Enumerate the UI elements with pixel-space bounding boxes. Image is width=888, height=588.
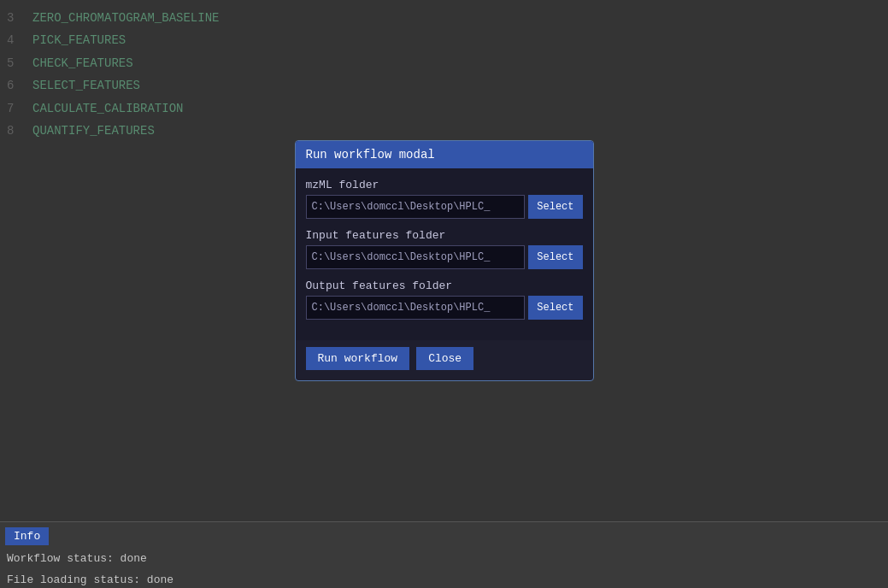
input-features-input[interactable] xyxy=(306,245,526,269)
modal-footer: Run workflow Close xyxy=(296,340,593,380)
info-badge: Info xyxy=(5,527,49,545)
file-loading-status: File loading status: done xyxy=(0,570,888,588)
output-features-group: Output features folder Select xyxy=(306,279,583,320)
run-workflow-button[interactable]: Run workflow xyxy=(306,347,410,370)
mzml-folder-group: mzML folder Select xyxy=(306,179,583,219)
input-features-group: Input features folder Select xyxy=(306,229,583,269)
output-features-label: Output features folder xyxy=(306,279,583,292)
mzml-folder-row: Select xyxy=(306,195,583,219)
close-button[interactable]: Close xyxy=(416,347,473,370)
modal-header: Run workflow modal xyxy=(296,141,593,168)
modal-overlay: Run workflow modal mzML folder Select In… xyxy=(0,0,888,521)
output-features-input[interactable] xyxy=(306,296,526,320)
output-features-select-button[interactable]: Select xyxy=(528,296,582,320)
main-area: 3ZERO_CHROMATOGRAM_BASELINE4PICK_FEATURE… xyxy=(0,0,888,521)
mzml-folder-input[interactable] xyxy=(306,195,526,219)
input-features-label: Input features folder xyxy=(306,229,583,242)
input-features-select-button[interactable]: Select xyxy=(528,245,582,269)
status-bar: Info Workflow status: done File loading … xyxy=(0,521,888,588)
output-features-row: Select xyxy=(306,296,583,320)
modal-body: mzML folder Select Input features folder… xyxy=(296,168,593,340)
input-features-row: Select xyxy=(306,245,583,269)
run-workflow-modal: Run workflow modal mzML folder Select In… xyxy=(295,140,594,381)
modal-title: Run workflow modal xyxy=(306,148,435,162)
mzml-folder-label: mzML folder xyxy=(306,179,583,191)
mzml-folder-select-button[interactable]: Select xyxy=(528,195,582,219)
workflow-status: Workflow status: done xyxy=(0,549,888,570)
